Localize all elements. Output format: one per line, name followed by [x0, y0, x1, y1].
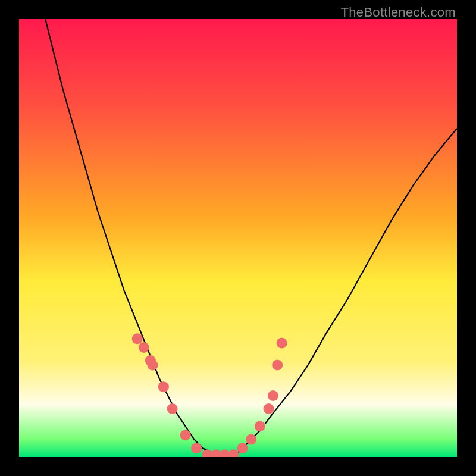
marker-dot	[180, 430, 191, 440]
marker-dot	[132, 333, 143, 344]
marker-dot	[167, 403, 178, 414]
marker-dot	[139, 342, 149, 353]
marker-dot	[237, 443, 248, 453]
chart-frame: TheBottleneck.com	[0, 0, 476, 476]
marker-dot	[264, 403, 274, 414]
marker-dot	[255, 421, 265, 432]
gradient-background	[19, 19, 457, 457]
marker-dot	[268, 390, 278, 401]
chart-svg	[19, 19, 457, 457]
marker-dot	[272, 359, 283, 370]
marker-dot	[158, 381, 169, 392]
marker-dot	[191, 443, 202, 453]
marker-dot	[148, 359, 158, 370]
watermark-text: TheBottleneck.com	[341, 5, 456, 20]
plot-area	[19, 19, 457, 457]
marker-dot	[246, 434, 256, 445]
marker-dot	[277, 338, 287, 349]
